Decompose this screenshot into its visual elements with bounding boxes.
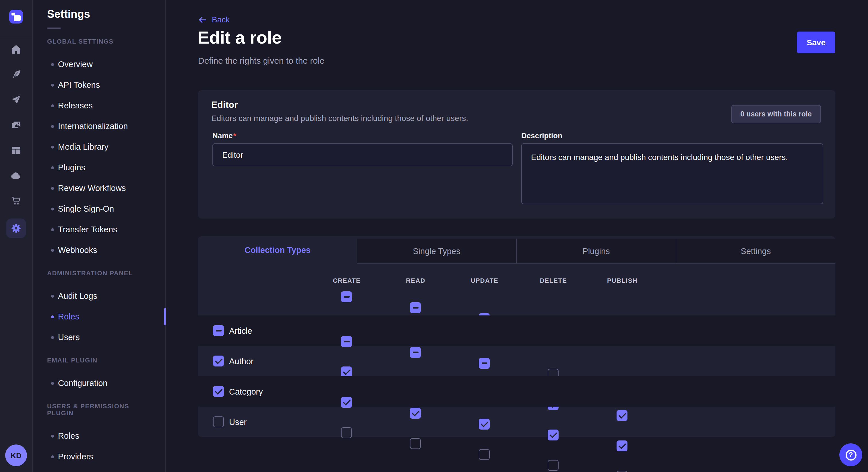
back-arrow-icon — [198, 15, 207, 24]
main-content: Back Edit a role Define the rights given… — [166, 0, 868, 472]
subnav-title-divider — [47, 28, 61, 29]
section-label: GLOBAL SETTINGS — [33, 38, 165, 45]
marketplace-cart-icon[interactable] — [0, 188, 32, 213]
subnav-item-overview[interactable]: Overview — [33, 54, 165, 74]
help-button[interactable]: ? — [839, 443, 862, 466]
role-name-heading: Editor — [211, 100, 238, 110]
help-question-icon: ? — [845, 449, 856, 460]
user-read-checkbox[interactable] — [410, 438, 421, 449]
row-select-checkbox[interactable] — [213, 386, 224, 397]
strapi-logo-shape — [14, 14, 20, 21]
section-items: Configuration — [33, 373, 165, 394]
permissions-card: Collection Types Single Types Plugins Se… — [198, 236, 835, 437]
name-field-label: Name* — [212, 131, 236, 140]
role-details-card: Editor Editors can manage and publish co… — [198, 90, 835, 218]
content-manager-layout-icon[interactable] — [0, 138, 32, 163]
subnav-item-api-tokens[interactable]: API Tokens — [33, 74, 165, 95]
name-input[interactable] — [212, 143, 513, 166]
column-header-update: UPDATE — [450, 277, 519, 284]
column-header-publish: PUBLISH — [588, 277, 657, 284]
deploy-paper-plane-icon[interactable] — [0, 87, 32, 112]
permissions-tabs: Collection Types Single Types Plugins Se… — [198, 236, 835, 264]
column-header-read: READ — [381, 277, 450, 284]
subnav-item-up-roles[interactable]: Roles — [33, 426, 165, 446]
description-textarea[interactable]: Editors can manage and publish contents … — [521, 143, 823, 204]
article-create-checkbox[interactable] — [341, 336, 352, 347]
subnav-section-admin-panel: ADMINISTRATION PANEL Audit Logs Roles Us… — [33, 270, 165, 347]
role-description-text: Editors can manage and publish contents … — [211, 113, 468, 123]
user-delete-checkbox[interactable] — [548, 460, 559, 471]
app-viewport: KD Settings GLOBAL SETTINGS Overview API… — [0, 0, 868, 472]
back-label: Back — [212, 15, 229, 24]
select-all-read-checkbox[interactable] — [410, 302, 421, 313]
tab-collection-types[interactable]: Collection Types — [198, 236, 357, 264]
select-all-create-checkbox[interactable] — [341, 291, 352, 302]
table-row-author: Author — [198, 346, 835, 376]
table-row-article: Article — [198, 315, 835, 346]
user-avatar[interactable]: KD — [5, 444, 27, 466]
main-nav-rail: KD — [0, 0, 33, 472]
subnav-item-single-sign-on[interactable]: Single Sign-On — [33, 198, 165, 219]
section-label: ADMINISTRATION PANEL — [33, 270, 165, 276]
settings-subnav: Settings GLOBAL SETTINGS Overview API To… — [33, 0, 166, 472]
row-label: Category — [229, 376, 263, 407]
rail-icon-list — [0, 37, 32, 238]
subnav-title: Settings — [33, 0, 165, 21]
row-select-checkbox[interactable] — [213, 416, 224, 427]
user-publish-checkbox[interactable] — [617, 471, 627, 472]
row-select-checkbox[interactable] — [213, 325, 224, 336]
home-icon[interactable] — [0, 37, 32, 62]
row-label: Article — [229, 315, 252, 346]
subnav-item-transfer-tokens[interactable]: Transfer Tokens — [33, 219, 165, 240]
subnav-section-global: GLOBAL SETTINGS Overview API Tokens Rele… — [33, 38, 165, 260]
subnav-item-releases[interactable]: Releases — [33, 95, 165, 116]
required-asterisk: * — [234, 131, 236, 140]
subnav-item-audit-logs[interactable]: Audit Logs — [33, 285, 165, 306]
subnav-item-roles-active[interactable]: Roles — [33, 306, 165, 327]
avatar-initials: KD — [11, 451, 22, 460]
subnav-item-webhooks[interactable]: Webhooks — [33, 240, 165, 260]
user-create-checkbox[interactable] — [341, 427, 352, 438]
user-update-checkbox[interactable] — [479, 449, 490, 460]
back-link[interactable]: Back — [198, 15, 229, 24]
row-label: Author — [229, 346, 253, 376]
section-items: Audit Logs Roles Users — [33, 285, 165, 347]
category-create-checkbox[interactable] — [341, 397, 352, 408]
subnav-item-review-workflows[interactable]: Review Workflows — [33, 178, 165, 198]
media-library-icon[interactable] — [0, 112, 32, 138]
tab-single-types[interactable]: Single Types — [357, 239, 516, 264]
column-header-create: CREATE — [312, 277, 381, 284]
subnav-item-configuration[interactable]: Configuration — [33, 373, 165, 394]
subnav-item-up-providers[interactable]: Providers — [33, 446, 165, 467]
subnav-item-users[interactable]: Users — [33, 327, 165, 347]
subnav-item-plugins[interactable]: Plugins — [33, 157, 165, 178]
subnav-item-media-library[interactable]: Media Library — [33, 136, 165, 157]
section-label: EMAIL PLUGIN — [33, 357, 165, 364]
subnav-section-email-plugin: EMAIL PLUGIN Configuration — [33, 357, 165, 394]
strapi-logo-shape-small — [11, 12, 14, 15]
table-row-user: User — [198, 407, 835, 437]
content-type-builder-feather-icon[interactable] — [0, 62, 32, 87]
table-row-category: Category — [198, 376, 835, 407]
description-field-label: Description — [521, 131, 562, 140]
subnav-section-users-permissions: USERS & PERMISSIONS PLUGIN Roles Provide… — [33, 403, 165, 467]
settings-gear-icon[interactable] — [6, 218, 26, 238]
section-items: Roles Providers — [33, 426, 165, 467]
category-publish-checkbox[interactable] — [617, 440, 627, 451]
cloud-icon[interactable] — [0, 163, 32, 188]
column-header-delete: DELETE — [519, 277, 588, 284]
page-subtitle: Define the rights given to the role — [198, 56, 324, 65]
subnav-item-internationalization[interactable]: Internationalization — [33, 116, 165, 136]
row-label: User — [229, 407, 247, 437]
users-with-role-button[interactable]: 0 users with this role — [731, 105, 821, 123]
author-create-checkbox[interactable] — [341, 367, 352, 377]
tab-settings[interactable]: Settings — [676, 239, 835, 264]
page-title: Edit a role — [197, 28, 282, 48]
save-button[interactable]: Save — [797, 32, 835, 53]
tab-plugins[interactable]: Plugins — [516, 239, 676, 264]
strapi-logo[interactable] — [9, 10, 23, 24]
section-label: USERS & PERMISSIONS PLUGIN — [33, 403, 165, 416]
permissions-table-header: CREATE READ UPDATE DELETE PUBLISH — [198, 264, 835, 315]
row-select-checkbox[interactable] — [213, 356, 224, 367]
section-items: Overview API Tokens Releases Internation… — [33, 54, 165, 260]
